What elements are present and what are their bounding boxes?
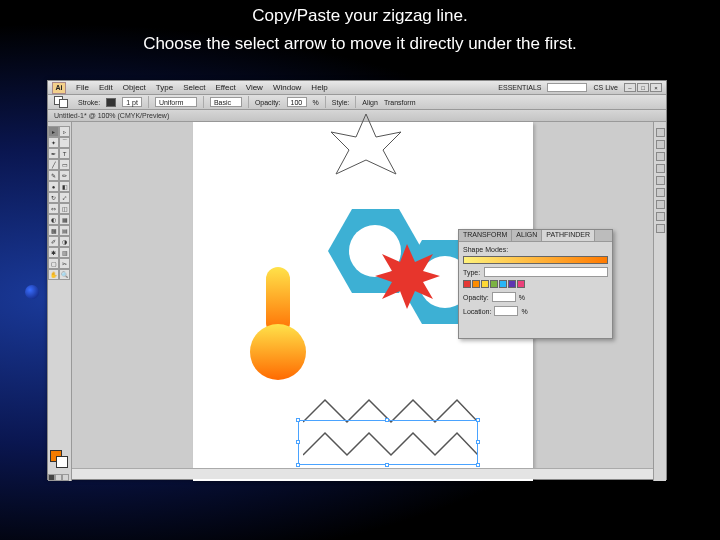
type-tool[interactable]: T: [59, 148, 70, 159]
zoom-tool[interactable]: 🔍: [59, 269, 70, 280]
selection-handle[interactable]: [296, 463, 300, 467]
selection-handle[interactable]: [476, 440, 480, 444]
cs-live-button[interactable]: CS Live: [593, 84, 618, 91]
location-value[interactable]: [494, 306, 518, 316]
free-transform-tool[interactable]: ◫: [59, 203, 70, 214]
selection-handle[interactable]: [385, 463, 389, 467]
bulb-shape[interactable]: [248, 267, 308, 382]
selection-tool[interactable]: ▸: [48, 126, 59, 137]
style-field[interactable]: Basic: [210, 97, 242, 107]
width-tool[interactable]: ⇔: [48, 203, 59, 214]
starburst-shape[interactable]: [375, 244, 440, 309]
pathfinder-panel[interactable]: TRANSFORM ALIGN PATHFINDER Shape Modes: …: [458, 229, 613, 339]
scale-tool[interactable]: ⤢: [59, 192, 70, 203]
artboard-tool[interactable]: ▢: [48, 258, 59, 269]
selection-handle[interactable]: [476, 463, 480, 467]
menu-type[interactable]: Type: [152, 83, 177, 92]
fill-stroke-swatch[interactable]: [54, 96, 72, 108]
fill-stroke-color[interactable]: [48, 448, 71, 470]
symbol-sprayer-tool[interactable]: ✱: [48, 247, 59, 258]
options-bar: Stroke: 1 pt Uniform Basic Opacity: 100 …: [48, 95, 666, 110]
stroke-panel-icon[interactable]: [656, 140, 665, 149]
pen-tool[interactable]: ✒: [48, 148, 59, 159]
pencil-tool[interactable]: ✏: [59, 170, 70, 181]
menu-view[interactable]: View: [242, 83, 267, 92]
opacity-value[interactable]: [492, 292, 516, 302]
transform-button[interactable]: Transform: [384, 99, 416, 106]
align-button[interactable]: Align: [362, 99, 378, 106]
workspace-switcher[interactable]: ESSENTIALS: [498, 84, 541, 91]
rotate-tool[interactable]: ↻: [48, 192, 59, 203]
magic-wand-tool[interactable]: ✦: [48, 137, 59, 148]
close-button[interactable]: ×: [650, 83, 662, 92]
swatch-list: [463, 280, 525, 288]
swatch[interactable]: [472, 280, 480, 288]
svg-point-2: [250, 324, 306, 380]
type-field[interactable]: [484, 267, 608, 277]
shape-builder-tool[interactable]: ◐: [48, 214, 59, 225]
selection-handle[interactable]: [476, 418, 480, 422]
scrollbar-horizontal[interactable]: [72, 468, 653, 479]
gradient-preview[interactable]: [463, 256, 608, 264]
draw-mode-buttons[interactable]: [48, 474, 71, 481]
tab-align[interactable]: ALIGN: [512, 230, 542, 241]
transparency-panel-icon[interactable]: [656, 164, 665, 173]
menu-help[interactable]: Help: [307, 83, 331, 92]
blob-brush-tool[interactable]: ●: [48, 181, 59, 192]
maximize-button[interactable]: □: [637, 83, 649, 92]
selection-handle[interactable]: [296, 440, 300, 444]
menu-select[interactable]: Select: [179, 83, 209, 92]
swatch[interactable]: [517, 280, 525, 288]
lasso-tool[interactable]: ⌒: [59, 137, 70, 148]
instruction-line-1: Copy/Paste your zigzag line.: [0, 6, 720, 26]
app-logo: Ai: [52, 82, 66, 94]
menu-window[interactable]: Window: [269, 83, 305, 92]
selection-bounding-box[interactable]: [298, 420, 478, 465]
direct-selection-tool[interactable]: ▹: [59, 126, 70, 137]
swatch[interactable]: [481, 280, 489, 288]
illustrator-window: Ai File Edit Object Type Select Effect V…: [47, 80, 667, 480]
blend-tool[interactable]: ◑: [59, 236, 70, 247]
appearance-panel-icon[interactable]: [656, 176, 665, 185]
gradient-panel-icon[interactable]: [656, 152, 665, 161]
menu-object[interactable]: Object: [119, 83, 150, 92]
line-tool[interactable]: ╱: [48, 159, 59, 170]
selection-handle[interactable]: [385, 418, 389, 422]
gradient-tool[interactable]: ▤: [59, 225, 70, 236]
search-input[interactable]: [547, 83, 587, 92]
layers-panel-icon[interactable]: [656, 188, 665, 197]
document-tab-label: Untitled-1* @ 100% (CMYK/Preview): [54, 112, 169, 119]
swatch[interactable]: [490, 280, 498, 288]
minimize-button[interactable]: –: [624, 83, 636, 92]
slice-tool[interactable]: ✂: [59, 258, 70, 269]
swatch[interactable]: [508, 280, 516, 288]
hand-tool[interactable]: ✋: [48, 269, 59, 280]
stroke-weight-field[interactable]: 1 pt: [122, 97, 142, 107]
opacity-label: Opacity:: [255, 99, 281, 106]
swatches-panel-icon[interactable]: [656, 200, 665, 209]
opacity-field[interactable]: 100: [287, 97, 307, 107]
tab-pathfinder[interactable]: PATHFINDER: [542, 230, 595, 241]
eyedropper-tool[interactable]: ✐: [48, 236, 59, 247]
symbols-panel-icon[interactable]: [656, 224, 665, 233]
paintbrush-tool[interactable]: ✎: [48, 170, 59, 181]
star-shape[interactable]: [321, 112, 411, 182]
menu-effect[interactable]: Effect: [211, 83, 239, 92]
swatch[interactable]: [499, 280, 507, 288]
brushes-panel-icon[interactable]: [656, 212, 665, 221]
eraser-tool[interactable]: ◧: [59, 181, 70, 192]
menu-file[interactable]: File: [72, 83, 93, 92]
opacity-label: Opacity:: [463, 294, 489, 301]
perspective-tool[interactable]: ▦: [59, 214, 70, 225]
brush-field[interactable]: Uniform: [155, 97, 197, 107]
toolbox: ▸▹ ✦⌒ ✒T ╱▭ ✎✏ ●◧ ↻⤢ ⇔◫ ◐▦ ▩▤ ✐◑ ✱▥ ▢✂ ✋…: [48, 122, 72, 481]
mesh-tool[interactable]: ▩: [48, 225, 59, 236]
stroke-color-swatch[interactable]: [106, 98, 116, 107]
graph-tool[interactable]: ▥: [59, 247, 70, 258]
rectangle-tool[interactable]: ▭: [59, 159, 70, 170]
swatch[interactable]: [463, 280, 471, 288]
menu-edit[interactable]: Edit: [95, 83, 117, 92]
color-panel-icon[interactable]: [656, 128, 665, 137]
selection-handle[interactable]: [296, 418, 300, 422]
tab-transform[interactable]: TRANSFORM: [459, 230, 512, 241]
